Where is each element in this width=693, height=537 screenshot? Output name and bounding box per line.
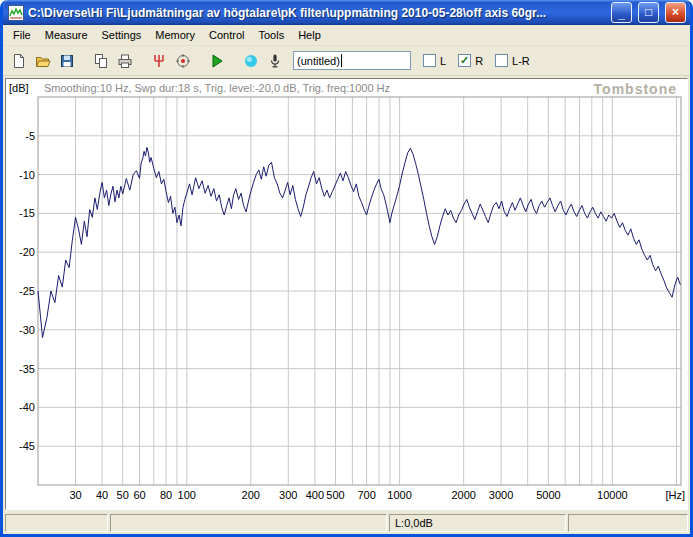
svg-text:[dB]: [dB]: [9, 82, 29, 94]
text-cursor: [341, 54, 342, 67]
copy-button[interactable]: [89, 49, 113, 73]
svg-text:[Hz]: [Hz]: [665, 489, 685, 501]
menu-file[interactable]: File: [6, 26, 38, 44]
menu-bar: File Measure Settings Memory Control Too…: [3, 25, 690, 46]
svg-text:50: 50: [117, 489, 129, 501]
level-readout: L:0,0dB: [395, 517, 433, 529]
measurement-name-input[interactable]: (untitled): [293, 51, 411, 70]
channel-r-checkbox[interactable]: ✓ R: [458, 54, 483, 67]
close-button[interactable]: ×: [665, 2, 686, 23]
svg-text:-20: -20: [19, 246, 35, 258]
sweep-button[interactable]: [147, 49, 171, 73]
status-panel-1: [5, 514, 108, 532]
svg-text:2000: 2000: [451, 489, 475, 501]
menu-help[interactable]: Help: [291, 26, 328, 44]
svg-text:-40: -40: [19, 401, 35, 413]
play-icon: [209, 53, 225, 69]
toolbar-separator: [195, 49, 205, 73]
svg-text:40: 40: [96, 489, 108, 501]
open-folder-icon: [35, 53, 51, 69]
svg-text:-15: -15: [19, 207, 35, 219]
app-window: C:\Diverse\Hi Fi\Ljudmätningar av högtal…: [0, 0, 693, 537]
chart-panel: 3040506080100200300400500700100020003000…: [5, 78, 688, 510]
status-panel-4: [568, 514, 688, 532]
toolbar-separator: [79, 49, 89, 73]
start-measurement-button[interactable]: [205, 49, 229, 73]
sweep-fork-icon: [151, 53, 167, 69]
svg-text:500: 500: [326, 489, 344, 501]
measurement-name-text: (untitled): [297, 55, 340, 67]
noise-blob-icon: [243, 53, 259, 69]
svg-text:700: 700: [357, 489, 375, 501]
save-button[interactable]: [55, 49, 79, 73]
print-button[interactable]: [113, 49, 137, 73]
svg-text:80: 80: [160, 489, 172, 501]
maximize-button[interactable]: □: [638, 2, 659, 23]
svg-text:300: 300: [279, 489, 297, 501]
menu-measure[interactable]: Measure: [38, 26, 95, 44]
target-icon: [175, 53, 191, 69]
trigger-level-button[interactable]: [171, 49, 195, 73]
svg-text:5000: 5000: [536, 489, 560, 501]
svg-text:400: 400: [306, 489, 324, 501]
app-icon: [8, 5, 24, 21]
checkbox-box-icon: [423, 54, 436, 67]
status-level-panel: L:0,0dB: [389, 514, 566, 532]
measurement-settings-text: Smoothing:10 Hz, Swp dur:18 s, Trig. lev…: [44, 82, 390, 94]
checkbox-box-icon: [495, 54, 508, 67]
toolbar: (untitled) L ✓ R L-R: [3, 46, 690, 76]
svg-text:100: 100: [178, 489, 196, 501]
toolbar-separator: [137, 49, 147, 73]
microphone-icon: [267, 53, 283, 69]
toolbar-separator: [229, 49, 239, 73]
svg-text:30: 30: [69, 489, 81, 501]
svg-text:-35: -35: [19, 363, 35, 375]
channel-l-checkbox[interactable]: L: [423, 54, 446, 67]
channel-r-label: R: [475, 55, 483, 67]
channel-lr-checkbox[interactable]: L-R: [495, 54, 530, 67]
save-floppy-icon: [59, 53, 75, 69]
svg-text:10000: 10000: [597, 489, 628, 501]
status-bar: L:0,0dB: [3, 512, 690, 534]
channel-l-label: L: [440, 55, 446, 67]
menu-tools[interactable]: Tools: [251, 26, 291, 44]
svg-text:-25: -25: [19, 285, 35, 297]
menu-memory[interactable]: Memory: [148, 26, 202, 44]
client-area: 3040506080100200300400500700100020003000…: [3, 76, 690, 512]
minimize-button[interactable]: _: [611, 2, 632, 23]
menu-settings[interactable]: Settings: [95, 26, 149, 44]
svg-text:1000: 1000: [387, 489, 411, 501]
copy-icon: [93, 53, 109, 69]
new-button[interactable]: [7, 49, 31, 73]
svg-text:-10: -10: [19, 169, 35, 181]
noise-generator-button[interactable]: [239, 49, 263, 73]
frequency-response-chart[interactable]: 3040506080100200300400500700100020003000…: [6, 79, 687, 509]
channel-lr-label: L-R: [512, 55, 530, 67]
checkbox-box-icon: ✓: [458, 54, 471, 67]
microphone-button[interactable]: [263, 49, 287, 73]
svg-text:3000: 3000: [489, 489, 513, 501]
svg-text:60: 60: [133, 489, 145, 501]
svg-text:-5: -5: [25, 130, 35, 142]
title-bar: C:\Diverse\Hi Fi\Ljudmätningar av högtal…: [3, 0, 690, 25]
svg-text:-30: -30: [19, 324, 35, 336]
channel-select-group: L ✓ R L-R: [423, 54, 530, 67]
window-title: C:\Diverse\Hi Fi\Ljudmätningar av högtal…: [28, 6, 605, 20]
print-icon: [117, 53, 133, 69]
new-document-icon: [11, 53, 27, 69]
status-panel-2: [110, 514, 387, 532]
svg-text:200: 200: [242, 489, 260, 501]
svg-text:-45: -45: [19, 440, 35, 452]
open-button[interactable]: [31, 49, 55, 73]
tombstone-watermark: Tombstone: [594, 81, 677, 97]
menu-control[interactable]: Control: [202, 26, 251, 44]
